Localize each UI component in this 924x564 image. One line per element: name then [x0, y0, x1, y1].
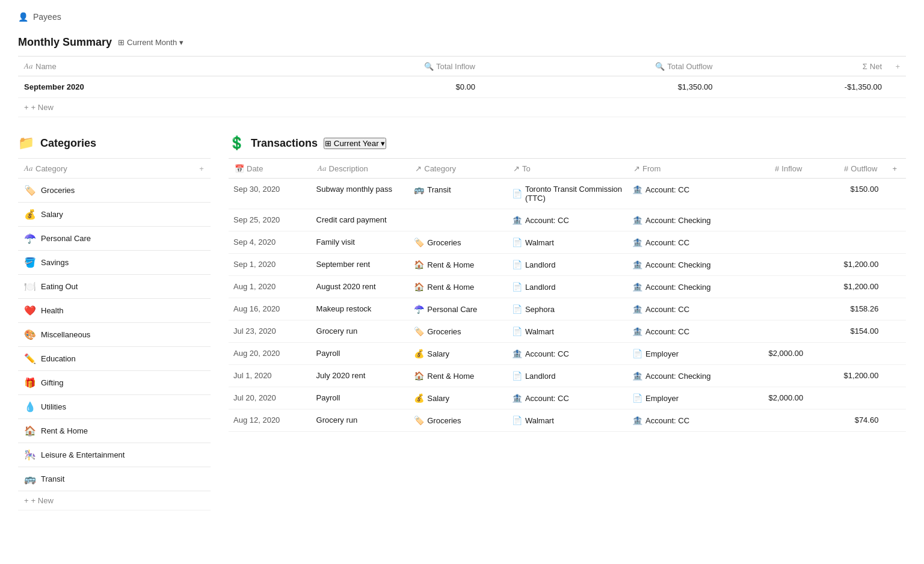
- category-row-name: 🎠 Leisure & Entertainment: [18, 443, 192, 467]
- trans-row-to: 🏦Account: CC: [507, 343, 627, 365]
- trans-add-col[interactable]: +: [883, 159, 906, 179]
- trans-row-date: Jul 20, 2020: [229, 387, 312, 409]
- category-row[interactable]: ❤️ Health: [18, 299, 211, 323]
- transactions-title: Transactions: [251, 137, 318, 150]
- trans-row-date: Jul 1, 2020: [229, 365, 312, 387]
- category-name: Transit: [41, 474, 64, 483]
- outflow-hash-icon: #: [844, 164, 848, 173]
- summary-new-row[interactable]: + + New: [18, 98, 906, 117]
- monthly-summary-filter-btn[interactable]: ⊞ Current Month ▾: [118, 38, 183, 47]
- trans-row-from: 🏦Account: CC: [627, 409, 733, 432]
- trans-row-outflow: $154.00: [808, 320, 883, 343]
- category-row[interactable]: 🚌 Transit: [18, 467, 211, 491]
- to-tag-label: Account: CC: [525, 216, 569, 225]
- trans-row-from: 🏦Account: CC: [627, 320, 733, 343]
- trans-row-from: 📄Employer: [627, 343, 733, 365]
- from-tag-label: Account: Checking: [645, 283, 710, 292]
- cat-tag-label: Personal Care: [427, 305, 477, 314]
- trans-chevron-down-icon: ▾: [381, 139, 385, 148]
- category-row[interactable]: 🏠 Rent & Home: [18, 419, 211, 443]
- from-tag-label: Account: CC: [645, 416, 689, 425]
- transaction-row[interactable]: Sep 25, 2020 Credit card payment 🏦Accoun…: [229, 209, 906, 231]
- category-row[interactable]: 🎁 Gifting: [18, 371, 211, 395]
- category-row[interactable]: ☂️ Personal Care: [18, 227, 211, 251]
- trans-row-description: Payroll: [312, 343, 410, 365]
- trans-row-description: Credit card payment: [312, 209, 410, 231]
- trans-row-to: 📄Landlord: [507, 365, 627, 387]
- summary-row-name: September 2020: [18, 76, 265, 98]
- to-tag-label: Account: CC: [525, 349, 569, 358]
- trans-row-description: September rent: [312, 254, 410, 276]
- payees-icon: 👤: [18, 12, 28, 22]
- cat-tag-icon: 🏷️: [414, 238, 424, 247]
- trans-row-category: 🏠Rent & Home: [409, 254, 507, 276]
- to-tag-icon: 📄: [512, 326, 522, 336]
- category-name: Education: [41, 354, 76, 363]
- category-row[interactable]: 🪣 Savings: [18, 251, 211, 275]
- from-tag-icon: 🏦: [632, 185, 642, 194]
- transaction-row[interactable]: Aug 16, 2020 Makeup restock ☂️Personal C…: [229, 298, 906, 320]
- category-row[interactable]: 🎠 Leisure & Entertainment: [18, 443, 211, 467]
- to-tag-label: Walmart: [525, 238, 554, 247]
- trans-row-add: [883, 320, 906, 343]
- trans-col-description: 𝐴𝑎 Description: [312, 159, 410, 179]
- transaction-row[interactable]: Aug 20, 2020 Payroll 💰Salary 🏦Account: C…: [229, 343, 906, 365]
- category-icon: 🏷️: [24, 185, 36, 196]
- from-tag-icon: 🏦: [632, 304, 642, 314]
- categories-table: 𝐴𝑎 Category + 🏷️ Groceries 💰 Salary: [18, 158, 211, 491]
- trans-row-inflow: [733, 209, 808, 231]
- trans-row-description: Makeup restock: [312, 298, 410, 320]
- trans-row-inflow: [733, 409, 808, 432]
- category-icon: ✏️: [24, 353, 36, 364]
- trans-row-category: 🏷️Groceries: [409, 320, 507, 343]
- cat-tag-label: Groceries: [427, 238, 461, 247]
- to-tag-icon: 📄: [512, 189, 522, 198]
- category-row-name: 🚌 Transit: [18, 467, 192, 491]
- category-row[interactable]: ✏️ Education: [18, 347, 211, 371]
- monthly-summary-title: Monthly Summary: [18, 36, 112, 49]
- transaction-row[interactable]: Sep 30, 2020 Subway monthly pass 🚌Transi…: [229, 179, 906, 209]
- cat-arrow-icon: ↗: [415, 164, 422, 173]
- trans-row-date: Sep 1, 2020: [229, 254, 312, 276]
- from-tag-label: Account: CC: [645, 185, 689, 194]
- category-row[interactable]: 💧 Utilities: [18, 395, 211, 419]
- transactions-table: 📅 Date 𝐴𝑎 Description ↗ Category ↗ To ↗ …: [229, 158, 906, 432]
- transactions-panel: 💲 Transactions ⊞ Current Year ▾ 📅 Date 𝐴…: [229, 135, 906, 432]
- category-row[interactable]: 🍽️ Eating Out: [18, 275, 211, 299]
- to-tag-icon: 📄: [512, 371, 522, 381]
- trans-row-inflow: $2,000.00: [733, 343, 808, 365]
- trans-row-description: Grocery run: [312, 320, 410, 343]
- from-tag-label: Account: CC: [645, 305, 689, 314]
- transaction-row[interactable]: Jul 23, 2020 Grocery run 🏷️Groceries 📄Wa…: [229, 320, 906, 343]
- transaction-row[interactable]: Aug 1, 2020 August 2020 rent 🏠Rent & Hom…: [229, 276, 906, 298]
- transaction-row[interactable]: Jul 20, 2020 Payroll 💰Salary 🏦Account: C…: [229, 387, 906, 409]
- transaction-row[interactable]: Jul 1, 2020 July 2020 rent 🏠Rent & Home …: [229, 365, 906, 387]
- trans-row-to: 📄Landlord: [507, 254, 627, 276]
- to-tag-icon: 📄: [512, 260, 522, 269]
- transactions-filter-btn[interactable]: ⊞ Current Year ▾: [324, 138, 386, 149]
- summary-row-inflow: $0.00: [265, 76, 481, 98]
- summary-add-col[interactable]: +: [888, 57, 906, 76]
- category-row[interactable]: 🏷️ Groceries: [18, 179, 211, 203]
- from-tag-icon: 🏦: [632, 371, 642, 381]
- category-row[interactable]: 💰 Salary: [18, 203, 211, 227]
- trans-col-outflow: # Outflow: [808, 159, 883, 179]
- cat-tag-icon: 💰: [414, 393, 424, 403]
- categories-new-row[interactable]: + + New: [18, 491, 211, 510]
- transaction-row[interactable]: Aug 12, 2020 Grocery run 🏷️Groceries 📄Wa…: [229, 409, 906, 432]
- transaction-row[interactable]: Sep 4, 2020 Family visit 🏷️Groceries 📄Wa…: [229, 231, 906, 254]
- to-tag-icon: 📄: [512, 304, 522, 314]
- trans-row-category: 🏠Rent & Home: [409, 365, 507, 387]
- cat-add-col[interactable]: +: [192, 159, 211, 179]
- from-tag-label: Account: Checking: [645, 260, 710, 269]
- from-tag-label: Account: Checking: [645, 216, 710, 225]
- category-row[interactable]: 🎨 Miscellaneous: [18, 323, 211, 347]
- category-row-add: [192, 467, 211, 491]
- cat-tag-label: Salary: [427, 349, 449, 358]
- trans-row-outflow: [808, 231, 883, 254]
- trans-row-category: ☂️Personal Care: [409, 298, 507, 320]
- trans-row-date: Jul 23, 2020: [229, 320, 312, 343]
- category-row-add: [192, 275, 211, 299]
- summary-row[interactable]: September 2020 $0.00 $1,350.00 -$1,350.0…: [18, 76, 906, 98]
- transaction-row[interactable]: Sep 1, 2020 September rent 🏠Rent & Home …: [229, 254, 906, 276]
